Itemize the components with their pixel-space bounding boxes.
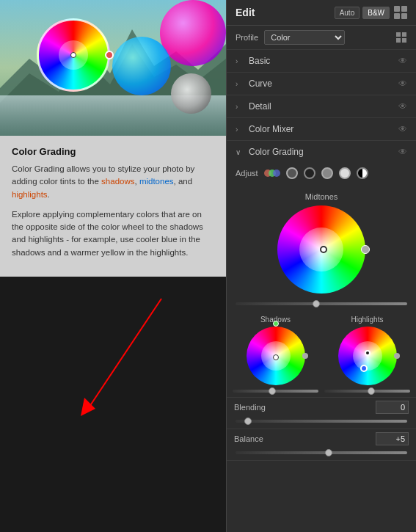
- bw-button[interactable]: B&W: [362, 7, 390, 19]
- highlights-color-wheel[interactable]: [338, 327, 397, 385]
- section-color-grading: ∨ Color Grading 👁 Adjust Midtones: [227, 141, 416, 461]
- highlights-wheel-blue-dot[interactable]: [360, 365, 368, 372]
- balance-input[interactable]: [376, 432, 409, 445]
- balance-slider-row: [227, 448, 416, 460]
- adj-lumi-circle[interactable]: [357, 167, 368, 179]
- highlights-slider-thumb[interactable]: [368, 387, 375, 395]
- shadows-slider[interactable]: [233, 390, 318, 393]
- section-curve-label: Curve: [249, 79, 398, 89]
- shadows-green-dot[interactable]: [273, 321, 279, 327]
- shadows-wheel-wrapper: [247, 327, 305, 385]
- tutorial-text-area: Color Grading Color Grading allows you t…: [0, 136, 226, 277]
- tutorial-para1: Color Grading allows you to stylize your…: [12, 163, 214, 201]
- chevron-basic: ›: [236, 57, 243, 65]
- shadows-color-wheel[interactable]: [247, 327, 305, 385]
- photo-wheel-center-dot: [70, 52, 76, 58]
- color-grading-header[interactable]: ∨ Color Grading 👁: [227, 141, 416, 163]
- profile-label: Profile: [236, 33, 258, 42]
- edit-header: Edit Auto B&W: [227, 0, 416, 26]
- sphere-pink: [160, 0, 226, 66]
- sphere-blue: [112, 37, 171, 95]
- eye-color-grading-icon[interactable]: 👁: [398, 147, 407, 157]
- highlight-shadows: shadows: [101, 177, 134, 186]
- midtones-section: Midtones: [227, 186, 416, 299]
- adj-high-circle[interactable]: [339, 167, 351, 179]
- balance-row: Balance: [227, 429, 416, 448]
- adj-all-circle[interactable]: [286, 167, 298, 179]
- eye-curve-icon[interactable]: 👁: [398, 79, 407, 89]
- auto-button[interactable]: Auto: [335, 7, 360, 19]
- section-color-mixer[interactable]: › Color Mixer 👁: [227, 118, 416, 141]
- section-basic[interactable]: › Basic 👁: [227, 50, 416, 73]
- grid-view-icon[interactable]: [394, 6, 407, 19]
- blending-slider[interactable]: [236, 420, 407, 423]
- blending-slider-row: [227, 417, 416, 429]
- highlights-slider[interactable]: [324, 390, 410, 393]
- svg-point-12: [273, 170, 280, 177]
- adjust-circles-icon[interactable]: [264, 167, 280, 179]
- eye-color-mixer-icon[interactable]: 👁: [398, 124, 407, 134]
- highlights-col: Highlights: [324, 316, 410, 393]
- svg-rect-8: [396, 38, 401, 43]
- edit-title: Edit: [236, 7, 332, 18]
- tutorial-title: Color Grading: [12, 146, 214, 157]
- balance-slider[interactable]: [236, 451, 407, 454]
- section-basic-label: Basic: [249, 56, 398, 66]
- midtones-wheel-handle[interactable]: [361, 245, 370, 254]
- right-panel: Edit Auto B&W Profile Color Monochrome V…: [226, 0, 416, 532]
- eye-detail-icon[interactable]: 👁: [398, 101, 407, 112]
- blending-row: Blending: [227, 397, 416, 417]
- midtones-wheel-wrapper[interactable]: [277, 205, 365, 294]
- blending-input[interactable]: [376, 401, 409, 414]
- balance-label: Balance: [234, 434, 376, 443]
- shadows-slider-thumb[interactable]: [269, 387, 276, 395]
- blending-slider-thumb[interactable]: [244, 418, 252, 425]
- adjust-label: Adjust: [236, 169, 258, 178]
- highlights-wheel-wrapper: [338, 327, 397, 385]
- highlights-wheel-handle[interactable]: [394, 353, 400, 359]
- section-curve[interactable]: › Curve 👁: [227, 73, 416, 95]
- adjust-row: Adjust: [227, 163, 416, 186]
- svg-rect-7: [402, 32, 406, 37]
- section-detail-label: Detail: [249, 101, 398, 112]
- chevron-color-mixer: ›: [236, 125, 243, 134]
- midtones-slider[interactable]: [236, 302, 407, 305]
- left-panel: Color Grading Color Grading allows you t…: [0, 0, 226, 532]
- adjust-circles: [286, 167, 368, 179]
- highlight-midtones: midtones: [139, 177, 174, 186]
- chevron-color-grading: ∨: [236, 148, 243, 156]
- section-color-mixer-label: Color Mixer: [249, 124, 398, 134]
- sphere-gray: [171, 73, 211, 114]
- midtones-slider-thumb[interactable]: [313, 300, 320, 307]
- tutorial-para2: Explore applying complementary colors th…: [12, 208, 214, 259]
- dark-bottom-area: [0, 277, 226, 526]
- profile-row: Profile Color Monochrome Vivid Neutral: [227, 26, 416, 50]
- section-color-grading-label: Color Grading: [249, 147, 398, 157]
- photo-color-wheel[interactable]: [37, 18, 110, 92]
- profile-icon: [395, 32, 407, 43]
- highlight-highlights: highlights: [12, 190, 48, 199]
- adj-shadow-circle[interactable]: [304, 167, 315, 179]
- highlights-wheel-dark-dot[interactable]: [365, 350, 371, 356]
- balance-slider-thumb[interactable]: [325, 449, 332, 456]
- chevron-detail: ›: [236, 103, 243, 111]
- adj-mid-circle[interactable]: [321, 167, 333, 179]
- midtones-wheel-dot[interactable]: [320, 246, 327, 253]
- highlights-label: Highlights: [351, 316, 384, 324]
- svg-line-4: [88, 299, 161, 409]
- blending-label: Blending: [234, 403, 376, 412]
- photo-area: [0, 0, 226, 136]
- shadows-col: Shadows: [233, 316, 318, 393]
- midtones-label: Midtones: [236, 192, 407, 201]
- svg-rect-6: [396, 32, 401, 37]
- small-wheels-row: Shadows Highlights: [227, 311, 416, 397]
- midtones-slider-row: [227, 299, 416, 311]
- profile-icons: [395, 32, 407, 43]
- midtones-color-wheel[interactable]: [277, 205, 365, 294]
- section-detail[interactable]: › Detail 👁: [227, 95, 416, 118]
- chevron-curve: ›: [236, 80, 243, 88]
- shadows-wheel-handle[interactable]: [302, 353, 308, 359]
- profile-select[interactable]: Color Monochrome Vivid Neutral: [264, 30, 345, 45]
- eye-basic-icon[interactable]: 👁: [398, 56, 407, 66]
- photo-wheel-handle[interactable]: [105, 51, 114, 59]
